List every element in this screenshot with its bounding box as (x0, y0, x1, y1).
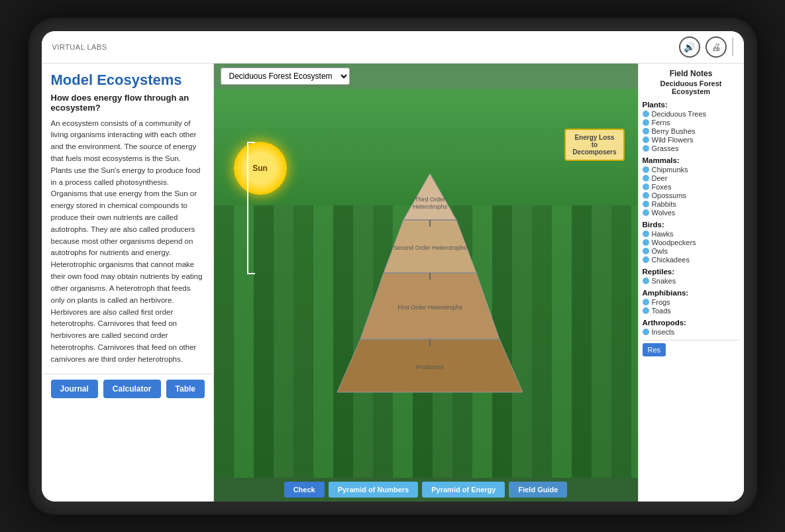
fn-item[interactable]: Owls (643, 247, 740, 255)
table-button[interactable]: Table (166, 380, 205, 398)
audio-icon: 🔊 (684, 42, 695, 52)
fn-item[interactable]: Toads (643, 307, 740, 315)
fn-dot (643, 307, 649, 314)
calculator-button[interactable]: Calculator (103, 380, 161, 398)
center-panel: Deciduous Forest Ecosystem Sun Energy Lo… (214, 64, 638, 502)
fn-item[interactable]: Chickadees (643, 256, 740, 264)
fn-category-plants: Plants:Deciduous TreesFernsBerry BushesW… (643, 101, 740, 152)
right-panel: Field Notes Deciduous Forest Ecosystem P… (638, 64, 744, 502)
tablet-screen: VIRTUAL LABS 🔊 🖨 Model Ecosystems How do… (42, 31, 744, 502)
virtual-labs-label: VIRTUAL LABS (52, 43, 107, 51)
diagram-area: Sun Energy Loss to Decomposers (214, 89, 638, 478)
fn-item-label: Owls (652, 247, 668, 255)
field-guide-button[interactable]: Field Guide (509, 482, 567, 498)
sun: Sun (234, 142, 287, 195)
svg-text:Producers: Producers (416, 364, 444, 370)
fn-category-birds: Birds:HawksWoodpeckersOwlsChickadees (643, 221, 740, 264)
page-subtitle: How does energy flow through an ecosyste… (51, 93, 204, 113)
pyramid-energy-button[interactable]: Pyramid of Energy (422, 482, 505, 498)
fn-dot (643, 175, 649, 182)
fn-dot (643, 184, 649, 190)
svg-text:First Order Heterotrophs: First Order Heterotrophs (397, 304, 462, 311)
page-body: An ecosystem consists of a community of … (51, 118, 204, 366)
header-icons: 🔊 🖨 (679, 36, 733, 58)
fn-item-label: Berry Bushes (652, 127, 696, 135)
fn-item[interactable]: Chipmunks (643, 166, 740, 174)
ecosystem-select[interactable]: Deciduous Forest Ecosystem (221, 68, 350, 85)
reset-button[interactable]: Res (643, 343, 666, 356)
fn-item-label: Wild Flowers (652, 136, 694, 144)
fn-item[interactable]: Woodpeckers (643, 239, 740, 246)
fn-category-label: Birds: (643, 221, 740, 229)
fn-category-label: Plants: (643, 101, 740, 109)
pyramid-svg: Third Order Heterotrophs Second Order He… (331, 167, 529, 399)
fn-item-label: Woodpeckers (652, 239, 696, 246)
header-divider (732, 38, 733, 56)
fn-dot (643, 145, 649, 152)
fn-item-label: Snakes (652, 277, 676, 285)
main-content: Model Ecosystems How does energy flow th… (42, 64, 744, 502)
pyramid-numbers-button[interactable]: Pyramid of Numbers (329, 482, 419, 498)
page-title: Model Ecosystems (51, 72, 204, 89)
svg-text:Second Order Heterotrophs: Second Order Heterotrophs (393, 244, 466, 251)
energy-loss-title: Energy Loss (574, 134, 614, 141)
fn-item-label: Deciduous Trees (652, 110, 707, 118)
fn-category-reptiles: Reptiles:Snakes (643, 268, 740, 285)
fn-item[interactable]: Insects (643, 328, 740, 336)
fn-dot (643, 248, 649, 254)
fn-item-label: Frogs (652, 298, 670, 306)
fn-dot (643, 209, 649, 216)
fn-dot (643, 231, 649, 237)
left-panel: Model Ecosystems How does energy flow th… (42, 64, 214, 374)
fn-item-label: Grasses (652, 144, 679, 152)
fn-item[interactable]: Wolves (643, 209, 740, 217)
tablet-frame: VIRTUAL LABS 🔊 🖨 Model Ecosystems How do… (28, 18, 757, 515)
check-button[interactable]: Check (284, 482, 325, 498)
bottom-buttons: Journal Calculator Table (42, 374, 213, 403)
fn-item-label: Chickadees (652, 256, 690, 264)
field-notes-categories: Plants:Deciduous TreesFernsBerry BushesW… (643, 101, 740, 336)
fn-item[interactable]: Snakes (643, 277, 740, 285)
fn-dot (643, 239, 649, 246)
print-icon: 🖨 (711, 42, 721, 52)
fn-item-label: Wolves (652, 209, 676, 217)
fn-dot (643, 256, 649, 263)
field-notes-title: Field Notes (643, 69, 740, 78)
fn-dot (643, 192, 649, 199)
fn-item-label: Ferns (652, 119, 670, 127)
fn-dot (643, 111, 649, 117)
fn-category-mammals: Mammals:ChipmunksDeerFoxesOpossumsRabbit… (643, 156, 740, 217)
fn-dot (643, 136, 649, 143)
fn-category-amphibians: Amphibians:FrogsToads (643, 289, 740, 315)
diagram-bottom-buttons: Check Pyramid of Numbers Pyramid of Ener… (214, 478, 638, 502)
fn-item[interactable]: Deciduous Trees (643, 110, 740, 118)
fn-item[interactable]: Deer (643, 174, 740, 182)
journal-button[interactable]: Journal (51, 380, 98, 398)
fn-item-label: Opossums (652, 191, 687, 199)
audio-button[interactable]: 🔊 (679, 36, 700, 58)
fn-item-label: Hawks (652, 230, 674, 238)
fn-category-arthropods: Arthropods:Insects (643, 319, 740, 336)
print-button[interactable]: 🖨 (706, 36, 727, 58)
fn-item[interactable]: Frogs (643, 298, 740, 306)
fn-item-label: Rabbits (652, 200, 676, 208)
fn-item[interactable]: Grasses (643, 144, 740, 152)
svg-text:Third Order: Third Order (414, 196, 445, 203)
energy-loss-box: Energy Loss to Decomposers (564, 129, 624, 161)
fn-item[interactable]: Rabbits (643, 200, 740, 208)
fn-item[interactable]: Berry Bushes (643, 127, 740, 135)
fn-item-label: Insects (652, 328, 675, 336)
fn-category-label: Amphibians: (643, 289, 740, 297)
fn-item[interactable]: Ferns (643, 119, 740, 127)
fn-item[interactable]: Opossums (643, 191, 740, 199)
fn-dot (643, 166, 649, 173)
fn-dot (643, 201, 649, 207)
fn-item[interactable]: Foxes (643, 183, 740, 191)
fn-category-label: Mammals: (643, 156, 740, 164)
fn-dot (643, 128, 649, 134)
fn-item[interactable]: Hawks (643, 230, 740, 238)
fn-category-label: Reptiles: (643, 268, 740, 276)
energy-loss-decomposers: Decomposers (572, 148, 616, 156)
fn-item-label: Toads (652, 307, 671, 315)
fn-item[interactable]: Wild Flowers (643, 136, 740, 144)
